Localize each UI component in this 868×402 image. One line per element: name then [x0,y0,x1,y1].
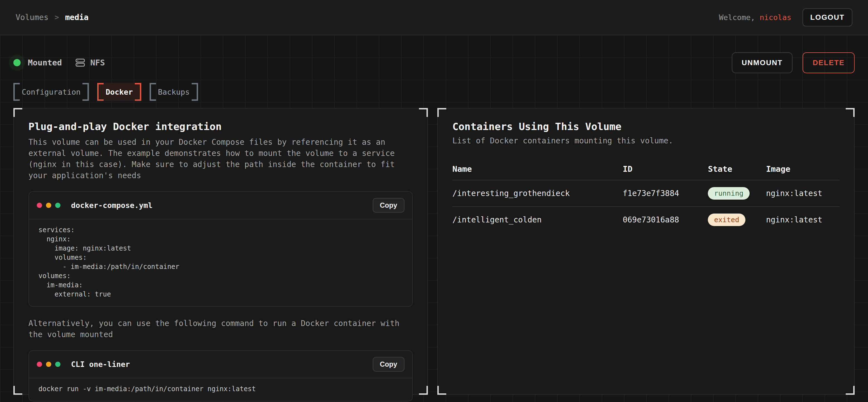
docker-panel-title: Plug-and-play Docker integration [28,121,413,132]
corner-bracket-icon [13,108,22,117]
header-id: ID [623,164,708,174]
cli-copy-button[interactable]: Copy [373,357,405,372]
code-line: external: true [38,290,403,299]
container-image: nginx:latest [766,189,840,198]
containers-panel-title: Containers Using This Volume [453,121,840,132]
unmount-button[interactable]: UNMOUNT [732,52,793,73]
container-name: /interesting_grothendieck [453,189,623,198]
header-state: State [708,164,766,174]
containers-panel: Containers Using This Volume List of Doc… [437,108,855,395]
code-line: im-media: [38,280,403,290]
compose-code-block: docker-compose.yml Copy services: nginx:… [28,191,413,307]
containers-panel-subtitle: List of Docker containers mounting this … [453,136,840,145]
docker-panel-description: This volume can be used in your Docker C… [28,137,413,181]
cli-code-header: CLI one-liner Copy [29,351,412,378]
breadcrumb: Volumes > media [16,13,89,22]
cli-intro-text: Alternatively, you can use the following… [28,318,413,340]
cli-code-body: docker run -v im-media:/path/in/containe… [29,378,412,401]
tab-docker[interactable]: Docker [97,83,141,101]
cli-block-title: CLI one-liner [71,360,130,369]
server-icon [75,58,85,68]
container-image: nginx:latest [766,215,840,224]
tab-configuration[interactable]: Configuration [13,83,89,101]
container-id: f1e73e7f3884 [623,189,708,198]
corner-bracket-icon [419,386,428,395]
topbar: Volumes > media Welcome, nicolas LOGOUT [0,0,868,35]
driver-type-label: NFS [90,58,105,67]
container-state: exited [708,213,766,226]
code-line: docker run -v im-media:/path/in/containe… [38,384,403,394]
username: nicolas [760,13,792,22]
mounted-status-label: Mounted [28,58,62,67]
welcome-prefix: Welcome, [719,13,760,22]
header-image: Image [766,164,840,174]
traffic-light-red-icon [37,362,42,367]
tab-bar: Configuration Docker Backups [13,83,855,101]
breadcrumb-current-volume: media [65,13,89,22]
volume-status: Mounted NFS [13,58,105,68]
container-name: /intelligent_colden [453,215,623,224]
traffic-light-amber-icon [46,362,51,367]
code-line: volumes: [38,271,403,280]
breadcrumb-volumes-link[interactable]: Volumes [16,13,49,22]
containers-table: Name ID State Image /interesting_grothen… [453,158,840,233]
corner-bracket-icon [13,386,22,395]
mounted-status-dot-icon [13,59,21,66]
compose-code-body: services: nginx: image: nginx:latest vol… [29,220,412,306]
logout-button[interactable]: LOGOUT [803,8,852,27]
code-line: - im-media:/path/in/container [38,262,403,271]
delete-button[interactable]: DELETE [803,52,855,73]
table-row: /interesting_grothendieck f1e73e7f3884 r… [453,180,840,206]
corner-bracket-icon [846,386,855,395]
cli-code-block: CLI one-liner Copy docker run -v im-medi… [28,350,413,401]
tab-backups[interactable]: Backups [150,83,198,101]
table-row: /intelligent_colden 069e73016a88 exited … [453,206,840,233]
container-id: 069e73016a88 [623,215,708,224]
status-row: Mounted NFS UNMOUNT DELETE [13,53,855,72]
traffic-light-amber-icon [46,203,51,208]
topbar-right: Welcome, nicolas LOGOUT [719,8,852,27]
compose-code-header: docker-compose.yml Copy [29,192,412,220]
code-line: services: [38,226,403,235]
main-content: Mounted NFS UNMOUNT DELETE Configuration… [0,35,868,402]
docker-integration-panel: Plug-and-play Docker integration This vo… [13,108,428,395]
traffic-light-green-icon [55,362,60,367]
traffic-light-red-icon [37,203,42,208]
status-badge: exited [708,213,745,226]
compose-copy-button[interactable]: Copy [373,198,405,213]
traffic-light-green-icon [55,203,60,208]
header-name: Name [453,164,623,174]
corner-bracket-icon [437,386,446,395]
corner-bracket-icon [419,108,428,117]
volume-actions: UNMOUNT DELETE [732,52,855,73]
corner-bracket-icon [846,108,855,117]
breadcrumb-separator-icon: > [55,13,59,22]
welcome-text: Welcome, nicolas [719,13,792,22]
compose-filename: docker-compose.yml [71,201,153,210]
code-line: image: nginx:latest [38,244,403,253]
corner-bracket-icon [437,108,446,117]
code-line: nginx: [38,235,403,244]
code-line: volumes: [38,253,403,262]
container-state: running [708,187,766,200]
volume-detail-page: Volumes > media Welcome, nicolas LOGOUT … [0,0,868,402]
containers-table-header: Name ID State Image [453,158,840,180]
panels-row: Plug-and-play Docker integration This vo… [13,108,855,395]
status-badge: running [708,187,749,200]
